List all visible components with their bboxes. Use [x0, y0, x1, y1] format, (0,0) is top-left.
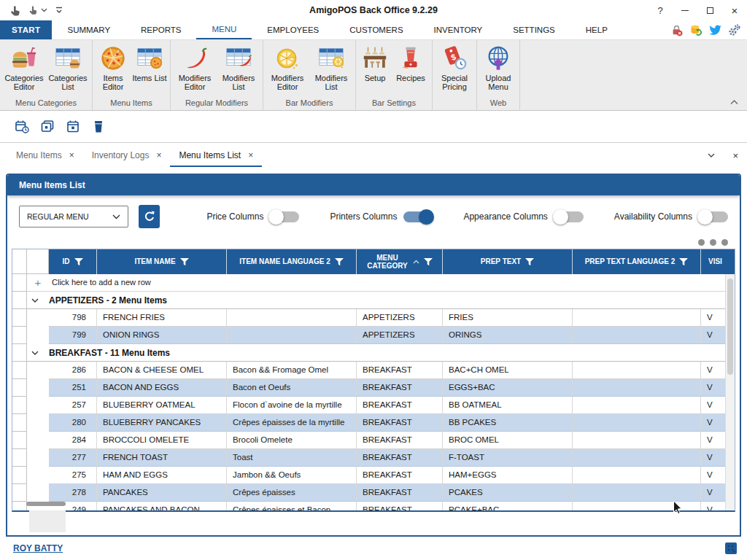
maximize-button[interactable] — [697, 1, 722, 20]
ribbon-collapse-button[interactable] — [730, 100, 738, 105]
column-header-menu-category[interactable]: MENU CATEGORY — [357, 249, 443, 274]
printers-columns-toggle[interactable] — [403, 211, 433, 222]
tab-summary[interactable]: SUMMARY — [52, 20, 125, 39]
table-row[interactable]: 286 BACON & CHEESE OMEL Bacon && Fromage… — [12, 362, 735, 379]
bar-counter-icon — [361, 44, 389, 72]
refresh-button[interactable] — [139, 205, 160, 228]
filter-icon — [424, 258, 433, 266]
tab-customers[interactable]: CUSTOMERS — [334, 20, 418, 39]
group-row-breakfast[interactable]: BREAKFAST - 11 Menu Items — [12, 344, 735, 362]
tab-employees[interactable]: EMPLOYEES — [252, 20, 334, 39]
categories-list-button[interactable]: Categories List — [46, 42, 90, 92]
setup-button[interactable]: Setup — [358, 42, 392, 82]
table-row[interactable]: 799 ONION RINGS APPETIZERS ORINGS V — [12, 327, 735, 344]
close-tab-icon[interactable]: × — [156, 151, 161, 160]
column-header-item-name[interactable]: ITEM NAME — [97, 249, 227, 274]
table-row[interactable]: 249 PANCAKES AND BACON Crêpes épaisses e… — [12, 502, 735, 512]
logged-in-user-link[interactable]: ROY BATTY — [13, 543, 63, 553]
group-collapse-icon[interactable] — [31, 298, 39, 303]
special-pricing-button[interactable]: $ Special Pricing — [435, 42, 474, 92]
upload-menu-button[interactable]: Upload Menu — [479, 42, 517, 92]
hand-cursor-icon[interactable] — [9, 4, 21, 17]
doc-tab-menu-items-list[interactable]: Menu Items List × — [170, 144, 262, 167]
workspace: Menu Items List REGULAR MENU Price Colum… — [0, 168, 747, 537]
fast-food-icon — [10, 44, 38, 72]
availability-columns-toggle[interactable] — [699, 211, 728, 222]
appearance-columns-toggle[interactable] — [554, 211, 584, 222]
horizontal-scrollbar-thumb[interactable] — [26, 502, 66, 506]
touch-mode-icon[interactable] — [28, 5, 47, 16]
close-tab-icon[interactable]: × — [69, 151, 74, 160]
tab-help[interactable]: HELP — [570, 20, 623, 39]
calendar-icon[interactable] — [66, 120, 80, 133]
menu-items-list-panel: Menu Items List REGULAR MENU Price Colum… — [6, 174, 741, 537]
tab-list-dropdown-icon[interactable] — [708, 153, 715, 158]
scroll-corner-block — [29, 510, 66, 532]
group-collapse-icon[interactable] — [31, 351, 39, 355]
recipes-button[interactable]: Recipes — [392, 42, 430, 82]
close-document-icon[interactable]: × — [732, 150, 738, 161]
mouse-cursor — [673, 500, 683, 515]
add-new-row[interactable]: + Click here to add a new row — [12, 274, 735, 292]
help-button[interactable]: ? — [648, 1, 673, 20]
column-header-item-name-language-2[interactable]: ITEM NAME LANGUAGE 2 — [227, 249, 357, 274]
filter-icon — [679, 258, 688, 266]
doc-tab-menu-items[interactable]: Menu Items × — [7, 144, 83, 167]
scrollbar-thumb[interactable] — [727, 279, 733, 375]
tab-start[interactable]: START — [0, 20, 52, 39]
group-row-appetizers[interactable]: APPETIZERS - 2 Menu Items — [12, 292, 735, 309]
modifiers-editor-button[interactable]: Modifiers Editor — [173, 42, 217, 92]
services-gear-icon[interactable] — [728, 23, 741, 36]
table-row[interactable]: 278 PANCAKES Crêpes épaisses BREAKFAST P… — [12, 484, 735, 502]
price-columns-toggle[interactable] — [270, 211, 299, 222]
bar-modifiers-list-button[interactable]: Modifiers List — [309, 42, 353, 92]
close-tab-icon[interactable]: × — [248, 151, 253, 160]
column-header-visible[interactable]: VISI — [701, 249, 735, 274]
pizza-icon — [99, 44, 127, 72]
lock-icon[interactable] — [670, 24, 683, 36]
filter-icon — [335, 258, 344, 266]
calendar-clock-icon[interactable] — [15, 120, 29, 133]
minimize-button[interactable] — [673, 1, 697, 20]
ribbon-group-bar-modifiers: Modifiers Editor Modifiers List Bar Modi… — [263, 40, 356, 110]
ribbon-group-bar-settings: Setup Recipes Bar Settings — [356, 40, 433, 110]
doc-tab-inventory-logs[interactable]: Inventory Logs × — [83, 144, 171, 167]
globe-upload-icon — [484, 44, 512, 72]
column-header-prep-text[interactable]: PREP TEXT — [443, 249, 573, 274]
table-row[interactable]: 798 FRENCH FRIES APPETIZERS FRIES V — [12, 309, 735, 327]
close-button[interactable]: × — [722, 1, 747, 20]
column-header-prep-text-language-2[interactable]: PREP TEXT LANGUAGE 2 — [573, 249, 701, 274]
grid-header: ID ITEM NAME ITEM NAME LANGUAGE 2 MENU C… — [12, 249, 735, 274]
resize-grip[interactable] — [725, 542, 737, 554]
table-row[interactable]: 251 BACON AND EGGS Bacon et Oeufs BREAKF… — [12, 379, 735, 397]
items-editor-button[interactable]: Items Editor — [95, 42, 131, 92]
grid-options-dots[interactable] — [7, 238, 740, 249]
lemon-icon — [274, 44, 301, 72]
customize-quick-access-icon[interactable] — [55, 6, 63, 15]
table-row[interactable]: 275 HAM AND EGGS Jambon && Oeufs BREAKFA… — [12, 467, 735, 484]
items-list-button[interactable]: Items List — [131, 42, 168, 82]
tab-reports[interactable]: REPORTS — [125, 20, 196, 39]
database-sync-icon[interactable] — [689, 24, 703, 36]
calendar-stack-icon[interactable] — [40, 120, 55, 133]
categories-editor-button[interactable]: Categories Editor — [2, 42, 46, 92]
table-row[interactable]: 277 FRENCH TOAST Toast BREAKFAST F-TOAST… — [12, 449, 735, 467]
tab-menu[interactable]: MENU — [196, 20, 252, 39]
table-pizza-icon — [136, 44, 163, 72]
quick-toolbar — [0, 111, 747, 143]
table-row[interactable]: 257 BLUEBERRY OATMEAL Flocon d`avoine de… — [12, 397, 735, 414]
twitter-icon[interactable] — [709, 25, 721, 36]
modifiers-list-button[interactable]: Modifiers List — [217, 42, 260, 92]
tab-settings[interactable]: SETTINGS — [498, 20, 570, 39]
chevron-up-icon — [730, 100, 738, 105]
table-row[interactable]: 284 BROCCOLI OMELETE Brocoli Omelete BRE… — [12, 432, 735, 449]
table-row[interactable]: 280 BLUEBERRY PANCAKES Crêpes épaisses d… — [12, 414, 735, 432]
column-header-id[interactable]: ID — [49, 249, 97, 274]
bar-modifiers-editor-button[interactable]: Modifiers Editor — [266, 42, 309, 92]
ribbon-group-label: Bar Settings — [358, 97, 430, 110]
menu-select[interactable]: REGULAR MENU — [19, 206, 128, 228]
table-burger-icon — [54, 44, 82, 72]
tab-inventory[interactable]: INVENTORY — [419, 20, 498, 39]
vertical-scrollbar[interactable] — [725, 274, 735, 510]
beverage-glass-icon[interactable] — [91, 120, 106, 133]
